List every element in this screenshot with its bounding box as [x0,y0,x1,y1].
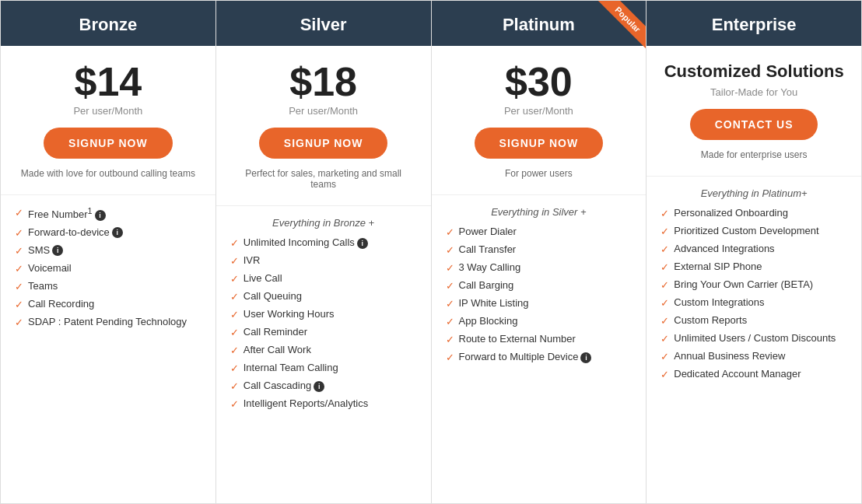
plan-silver-features: Everything in Bronze +✓Unlimited Incomin… [216,206,431,503]
enterprise-title: Customized Solutions [654,61,853,82]
checkmark-icon: ✓ [446,244,454,256]
feature-label: SMSi [28,244,63,257]
checkmark-icon: ✓ [661,261,669,273]
info-icon[interactable]: i [314,381,324,392]
list-item: ✓Call Queuing [230,290,417,303]
checkmark-icon: ✓ [15,245,23,257]
feature-label: Unlimited Users / Custom Discounts [674,332,836,344]
checkmark-icon: ✓ [661,351,669,362]
plan-silver-price: $18 [224,61,423,102]
checkmark-icon: ✓ [230,398,239,410]
plan-enterprise-header: Enterprise [646,1,861,46]
feature-label: External SIP Phone [674,261,762,272]
plan-silver-price-section: $18Per user/MonthSIGNUP NOWPerfect for s… [216,46,431,206]
checkmark-icon: ✓ [661,208,669,219]
checkmark-icon: ✓ [15,317,23,328]
feature-label: Advanced Integrations [674,243,774,254]
plan-bronze: Bronze$14Per user/MonthSIGNUP NOWMade wi… [1,1,216,503]
plan-enterprise-cta-button[interactable]: CONTACT US [690,109,818,140]
feature-label: Voicemail [28,262,72,274]
checkmark-icon: ✓ [15,299,23,310]
checkmark-icon: ✓ [446,280,454,292]
checkmark-icon: ✓ [661,243,669,255]
list-item: ✓Internal Team Calling [230,362,417,374]
checkmark-icon: ✓ [230,255,239,267]
info-icon[interactable]: i [95,210,106,221]
info-icon[interactable]: i [357,238,368,249]
checkmark-icon: ✓ [661,369,669,380]
info-icon[interactable]: i [52,245,63,256]
feature-label: Teams [28,280,58,292]
feature-label: Annual Business Review [674,350,785,362]
feature-label: Power Dialer [459,226,517,237]
plan-silver-tagline: Perfect for sales, marketing and small t… [224,168,423,190]
checkmark-icon: ✓ [446,226,454,238]
list-item: ✓Voicemail [15,262,201,275]
checkmark-icon: ✓ [446,316,454,327]
list-item: ✓Route to External Number [446,333,632,345]
plan-silver-name: Silver [300,15,347,34]
plan-bronze-period: Per user/Month [9,105,208,117]
feature-label: IVR [244,254,261,266]
feature-label: Live Call [244,272,282,284]
list-item: ✓Forward to Multiple Devicei [446,351,632,363]
feature-label: Call Recording [28,298,94,310]
list-item: ✓Forward-to-devicei [15,226,201,239]
feature-label: Route to External Number [459,333,576,345]
plan-silver-header: Silver [216,1,431,46]
list-item: ✓User Working Hours [230,308,417,320]
feature-label: SDAP : Patent Pending Technology [28,316,187,327]
plan-silver-cta-button[interactable]: SIGNUP NOW [259,128,388,159]
checkmark-icon: ✓ [230,273,239,285]
popular-label: Popular [597,1,646,50]
checkmark-icon: ✓ [230,380,239,392]
plan-platinum: PlatinumPopular$30Per user/MonthSIGNUP N… [432,1,647,503]
list-item: ✓Free Number1i [15,206,201,221]
feature-label: Call Barging [459,279,514,291]
checkmark-icon: ✓ [230,309,239,320]
checkmark-icon: ✓ [15,281,23,292]
list-item: ✓Power Dialer [446,226,632,238]
list-item: ✓After Call Work [230,344,417,356]
checkmark-icon: ✓ [446,298,454,310]
feature-label: User Working Hours [244,308,335,320]
list-item: ✓Call Reminder [230,326,417,338]
checkmark-icon: ✓ [446,334,454,345]
list-item: ✓Call Barging [446,279,632,292]
plan-bronze-header: Bronze [1,1,216,46]
plan-platinum-cta-button[interactable]: SIGNUP NOW [475,128,604,159]
plan-enterprise-tagline: Made for enterprise users [654,149,853,160]
checkmark-icon: ✓ [15,263,23,275]
plan-bronze-price: $14 [9,61,208,102]
plan-enterprise: EnterpriseCustomized SolutionsTailor-Mad… [646,1,861,503]
checkmark-icon: ✓ [446,352,454,363]
list-item: ✓SDAP : Patent Pending Technology [15,316,201,328]
plan-bronze-cta-button[interactable]: SIGNUP NOW [44,128,173,159]
plan-platinum-features: Everything in Silver +✓Power Dialer✓Call… [432,195,646,503]
plan-platinum-tagline: For power users [440,168,639,179]
feature-label: Call Transfer [459,243,517,255]
feature-label: Forward to Multiple Devicei [459,351,592,363]
list-item: ✓Dedicated Account Manager [661,368,847,380]
checkmark-icon: ✓ [230,362,239,374]
plan-enterprise-price-section: Customized SolutionsTailor-Made for YouC… [646,46,861,177]
plan-platinum-name: Platinum [503,15,575,34]
feature-label: Intelligent Reports/Analytics [244,397,368,409]
list-item: ✓Advanced Integrations [661,243,847,255]
enterprise-subtitle: Tailor-Made for You [654,86,853,98]
feature-label: App Blocking [459,315,518,327]
feature-label: Unlimited Incoming Callsi [244,236,368,249]
info-icon[interactable]: i [580,352,591,363]
list-item: ✓Call Transfer [446,243,632,256]
plan-silver-features-header: Everything in Bronze + [230,217,417,229]
info-icon[interactable]: i [112,227,123,238]
list-item: ✓Unlimited Incoming Callsi [230,236,417,249]
checkmark-icon: ✓ [661,297,669,309]
checkmark-icon: ✓ [230,237,239,249]
plan-bronze-tagline: Made with love for outbound calling team… [9,168,208,179]
feature-label: Bring Your Own Carrier (BETA) [674,278,813,290]
feature-label: Dedicated Account Manager [674,368,801,380]
feature-label: Free Number1i [28,206,106,221]
feature-label: Internal Team Calling [244,362,338,373]
plan-bronze-name: Bronze [79,15,138,34]
